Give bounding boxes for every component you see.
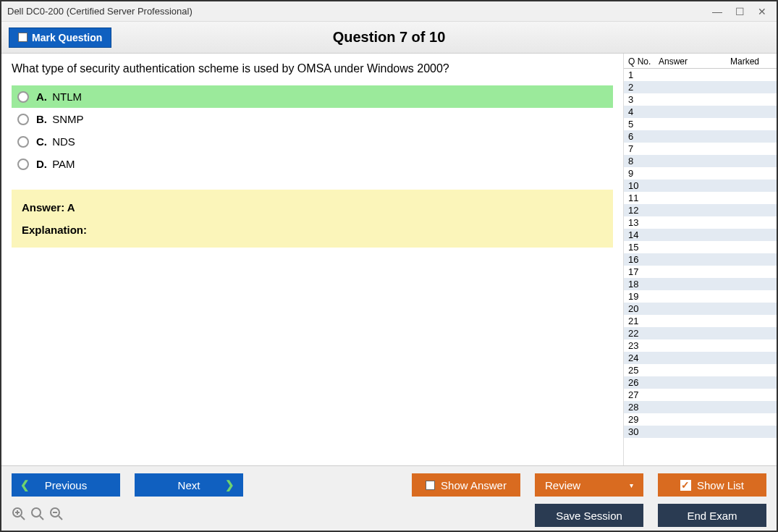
options-list: A. NTLMB. SNMPC. NDSD. PAM: [12, 85, 613, 175]
mark-question-label: Mark Question: [32, 32, 102, 43]
review-button[interactable]: Review ▾: [535, 473, 643, 497]
question-row[interactable]: 2: [624, 81, 777, 93]
question-row[interactable]: 17: [624, 266, 777, 278]
maximize-icon[interactable]: ☐: [735, 6, 745, 17]
col-marked: Marked: [709, 56, 772, 67]
col-qno: Q No.: [628, 56, 659, 67]
svg-line-5: [40, 516, 43, 520]
svg-point-4: [32, 508, 41, 517]
chevron-left-icon: ❮: [20, 478, 30, 491]
question-row[interactable]: 22: [624, 327, 777, 339]
show-list-label: Show List: [697, 479, 744, 491]
question-row[interactable]: 29: [624, 413, 777, 426]
zoom-controls: [12, 507, 64, 525]
header-bar: Mark Question Question 7 of 10: [1, 22, 777, 54]
previous-label: Previous: [45, 479, 87, 491]
footer: ❮ Previous Next ❯ Show Answer Review ▾ ✓…: [1, 465, 777, 531]
chevron-right-icon: ❯: [225, 478, 234, 491]
question-row[interactable]: 9: [624, 167, 777, 180]
chevron-down-icon: ▾: [630, 481, 633, 489]
question-row[interactable]: 23: [624, 339, 777, 352]
zoom-reset-icon[interactable]: [30, 507, 45, 525]
question-list-header: Q No. Answer Marked: [624, 54, 777, 69]
previous-button[interactable]: ❮ Previous: [12, 473, 120, 497]
question-row[interactable]: 21: [624, 315, 777, 327]
checkbox-icon: [426, 481, 435, 490]
question-row[interactable]: 20: [624, 303, 777, 315]
option-c[interactable]: C. NDS: [12, 130, 613, 153]
option-a[interactable]: A. NTLM: [12, 85, 613, 108]
footer-row-2: Save Session End Exam: [12, 504, 766, 527]
option-b[interactable]: B. SNMP: [12, 108, 613, 130]
col-answer: Answer: [659, 56, 709, 67]
question-row[interactable]: 11: [624, 192, 777, 204]
question-row[interactable]: 8: [624, 155, 777, 167]
question-row[interactable]: 24: [624, 352, 777, 364]
question-row[interactable]: 15: [624, 241, 777, 253]
question-row[interactable]: 28: [624, 401, 777, 413]
question-row[interactable]: 3: [624, 93, 777, 106]
radio-icon: [17, 114, 29, 125]
app-window: Dell DC0-200 (Certified Server Professio…: [0, 0, 778, 532]
close-icon[interactable]: ✕: [758, 6, 766, 17]
question-row[interactable]: 10: [624, 180, 777, 192]
explanation-label: Explanation:: [22, 224, 603, 236]
next-label: Next: [178, 479, 200, 491]
question-row[interactable]: 12: [624, 204, 777, 216]
question-row[interactable]: 13: [624, 216, 777, 229]
body-area: What type of security authentication sch…: [1, 54, 777, 465]
show-list-button[interactable]: ✓ Show List: [658, 473, 766, 497]
question-row[interactable]: 26: [624, 376, 777, 389]
save-session-button[interactable]: Save Session: [535, 504, 643, 527]
radio-icon: [17, 136, 29, 148]
answer-box: Answer: A Explanation:: [12, 190, 613, 248]
question-text: What type of security authentication sch…: [12, 62, 613, 75]
question-row[interactable]: 14: [624, 229, 777, 241]
question-pane: What type of security authentication sch…: [1, 54, 623, 465]
window-controls: — ☐ ✕: [712, 6, 771, 17]
checkbox-checked-icon: ✓: [680, 480, 691, 491]
minimize-icon[interactable]: —: [712, 6, 722, 17]
question-row[interactable]: 1: [624, 69, 777, 81]
footer-row-1: ❮ Previous Next ❯ Show Answer Review ▾ ✓…: [12, 473, 766, 497]
question-row[interactable]: 27: [624, 389, 777, 401]
question-row[interactable]: 16: [624, 253, 777, 266]
question-row[interactable]: 5: [624, 118, 777, 130]
end-exam-label: End Exam: [687, 510, 737, 522]
question-list-pane: Q No. Answer Marked 12345678910111213141…: [623, 54, 777, 465]
option-d[interactable]: D. PAM: [12, 153, 613, 175]
question-row[interactable]: 7: [624, 143, 777, 155]
next-button[interactable]: Next ❯: [135, 473, 243, 497]
question-row[interactable]: 30: [624, 426, 777, 438]
question-row[interactable]: 25: [624, 364, 777, 376]
question-row[interactable]: 6: [624, 130, 777, 143]
mark-question-button[interactable]: Mark Question: [9, 28, 111, 48]
svg-line-7: [59, 516, 62, 520]
question-row[interactable]: 18: [624, 278, 777, 290]
answer-label: Answer: A: [22, 201, 75, 214]
end-exam-button[interactable]: End Exam: [658, 504, 766, 527]
radio-icon: [17, 91, 29, 103]
review-label: Review: [545, 479, 580, 491]
zoom-in-icon[interactable]: [12, 507, 26, 525]
save-session-label: Save Session: [556, 510, 622, 522]
show-answer-button[interactable]: Show Answer: [412, 473, 520, 497]
question-list-body[interactable]: 1234567891011121314151617181920212223242…: [624, 69, 777, 465]
zoom-out-icon[interactable]: [49, 507, 64, 525]
checkbox-icon: [18, 33, 28, 42]
show-answer-label: Show Answer: [441, 479, 507, 491]
window-title: Dell DC0-200 (Certified Server Professio…: [7, 6, 193, 17]
question-row[interactable]: 19: [624, 290, 777, 303]
question-counter: Question 7 of 10: [333, 29, 446, 46]
titlebar: Dell DC0-200 (Certified Server Professio…: [1, 1, 777, 22]
radio-icon: [17, 159, 29, 170]
svg-line-1: [21, 516, 25, 520]
question-row[interactable]: 4: [624, 106, 777, 118]
